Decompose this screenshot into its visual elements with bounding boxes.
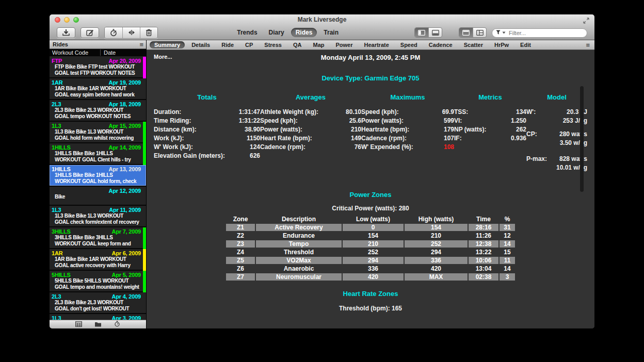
summary-section-title: Averages [260, 93, 361, 101]
ride-color-bar [143, 249, 146, 271]
summary-row: Time Riding:1:31:22 [154, 117, 260, 125]
main-tab-cp[interactable]: CP [240, 41, 257, 48]
summary-label: Power (watts): [361, 117, 404, 125]
main-tab-speed[interactable]: Speed [396, 41, 422, 48]
download-activity-button[interactable] [57, 27, 75, 38]
summary-label: Cadence (rpm): [361, 134, 407, 143]
column-header-workout-code[interactable]: Workout Code [50, 50, 101, 56]
ride-description: GOAL easy spim before hard work [52, 92, 141, 98]
zone-row: Z4Threshold25229413:2215 [226, 249, 515, 256]
main-tab-qa[interactable]: QA [288, 41, 307, 48]
scrollbar-thumb[interactable] [580, 86, 584, 192]
main-tab-heartrate[interactable]: Heartrate [360, 41, 394, 48]
main-tab-hrpw[interactable]: HrPw [490, 41, 513, 48]
summary-value: 0.936 [511, 134, 526, 143]
summary-label: Duration: [154, 108, 181, 117]
filter-funnel-icon[interactable] [496, 30, 506, 35]
stopwatch-button[interactable] [105, 27, 122, 38]
ride-date: Apr 7, 2009 [111, 228, 141, 235]
toolbar-tab-train[interactable]: Train [319, 28, 343, 37]
ride-row[interactable]: 3HILLSApr 7, 20093HILLS Bike Bike 3HILLS… [50, 227, 146, 249]
zone-cell: Threshold [256, 249, 342, 256]
titlebar[interactable]: Mark Liversedge [50, 14, 594, 25]
ride-code: 3HILLS [52, 228, 71, 235]
manual-entry-button[interactable] [81, 27, 99, 38]
calendar-grid-icon[interactable] [75, 320, 82, 328]
filter-input[interactable] [492, 28, 587, 38]
folder-icon[interactable] [94, 320, 102, 328]
zone-row: Z2Endurance15421011:2612 [226, 232, 515, 239]
ride-color-bar [143, 227, 146, 249]
zone-cell: Z2 [226, 232, 255, 239]
summary-label: Power (watts): [260, 125, 302, 134]
main-tab-cadence[interactable]: Cadence [424, 41, 457, 48]
ride-row-line1: 1L3Apr 15, 2009 [52, 122, 141, 129]
ride-row[interactable]: 1HILLSApr 14, 20091HILLS Bike Bike 1HILL… [50, 143, 146, 165]
summary-label: P-max: [526, 155, 547, 163]
zone-cell: 3 [500, 273, 515, 281]
ride-row-line1: 2L3Apr 18, 2009 [52, 101, 141, 107]
summary-value: 262 [516, 125, 526, 134]
tiled-view-button[interactable] [473, 28, 486, 37]
toolbar-tab-rides[interactable]: Rides [291, 28, 317, 37]
zone-cell: 336 [343, 265, 404, 272]
ride-row[interactable]: 1HILLSApr 13, 20091HILLS Bike Bike 1HILL… [50, 165, 146, 187]
hr-threshold: Threshold (bpm): 165 [147, 305, 594, 312]
ride-code: 1HILLS [52, 144, 71, 151]
summary-label: Distance (km): [154, 125, 197, 134]
ride-row[interactable]: 1L3Apr 15, 20091L3 Bike Bike 1L3 WORKOUT… [50, 122, 146, 143]
sidebar-title: Rides [50, 41, 137, 47]
toolbar-tab-diary[interactable]: Diary [264, 28, 289, 37]
summary-rows: W':20.3 kJ253 J/kgCP:280 watts3.50 w/kgP… [526, 108, 587, 172]
main-tab-map[interactable]: Map [308, 41, 329, 48]
ride-row[interactable]: 2L3Apr 4, 20092L3 Bike Bike 2L3 WORKOUTG… [50, 292, 146, 314]
ride-row[interactable]: 5HILLSApr 5, 20095HILLS Bike 5HILLS WORK… [50, 271, 146, 292]
ride-row[interactable]: 1ARApr 19, 20091AR Bike Bike 1AR WORKOUT… [50, 78, 146, 100]
ride-row[interactable]: Apr 12, 2009Bike [50, 187, 146, 206]
summary-value: 134 [516, 108, 526, 117]
main-tab-edit[interactable]: Edit [516, 41, 536, 48]
zones-header-row: ZoneDescriptionLow (watts)High (watts)Ti… [226, 215, 515, 223]
summary-value: 210 [351, 125, 361, 134]
main-tab-summary[interactable]: Summary [150, 41, 185, 48]
stopwatch-icon[interactable] [114, 320, 120, 328]
tabbar-menu-icon[interactable]: ≡ [583, 42, 592, 48]
summary-label: Time Riding: [154, 117, 191, 125]
window-chrome: Mark Liversedge [50, 14, 594, 40]
ride-row[interactable]: 1L3Apr 3, 2009 [50, 314, 146, 320]
main-tab-scatter[interactable]: Scatter [459, 41, 488, 48]
summary-row: 253 J/kg [526, 117, 587, 125]
summary-rows: Athlete Weight (kg):80.10Speed (kph):25.… [260, 108, 361, 152]
summary-row: W' Work (kJ):124 [154, 143, 260, 152]
ride-row[interactable]: 2L3Apr 18, 20092L3 Bike Bike 2L3 WORKOUT… [50, 100, 146, 122]
single-view-button[interactable] [459, 28, 473, 37]
app-body: Rides ≡ Workout Code Date FTPApr 20, 200… [50, 40, 594, 328]
summary-section-title: Totals [154, 93, 260, 101]
zone-row: Z5VO2Max29433610:0611 [226, 257, 515, 264]
summary-label: TSS: [454, 108, 468, 117]
ride-row[interactable]: FTPApr 20, 2009FTP Bike Bike FTP test WO… [50, 57, 146, 78]
ride-row[interactable]: 1ARApr 6, 20091AR Bike Bike 1AR WORKOUTG… [50, 249, 146, 271]
sidebar-column-headers: Workout Code Date [50, 49, 146, 57]
summary-value: 38.90 [245, 125, 260, 134]
delete-activity-button[interactable] [140, 27, 157, 38]
zone-cell: 31 [500, 224, 515, 231]
toggle-sidebar-button[interactable] [415, 28, 428, 37]
sidebar-menu-icon[interactable]: ≡ [137, 41, 146, 48]
ride-code: FTP [52, 58, 62, 64]
toolbar-tab-trends[interactable]: Trends [232, 28, 262, 37]
main-tab-power[interactable]: Power [331, 41, 357, 48]
main-tab-ride[interactable]: Ride [217, 41, 238, 48]
fullscreen-icon[interactable] [583, 17, 589, 26]
split-activity-button[interactable] [122, 27, 140, 38]
ride-color-bar [143, 57, 146, 78]
ride-description: 1HILLS Bike Bike 1HILLS [52, 151, 141, 157]
activity-actions-group [104, 27, 158, 39]
toggle-bottombar-button[interactable] [428, 28, 442, 37]
ride-row[interactable]: 1L3Apr 11, 20091L3 Bike Bike 1L3 WORKOUT… [50, 206, 146, 227]
column-header-date[interactable]: Date [101, 50, 146, 56]
main-tab-stress[interactable]: Stress [260, 41, 286, 48]
summary-value: 20.3 kJ [567, 108, 587, 117]
main-tab-details[interactable]: Details [187, 41, 215, 48]
critical-power-subtitle: Critical Power (watts): 280 [147, 205, 594, 212]
